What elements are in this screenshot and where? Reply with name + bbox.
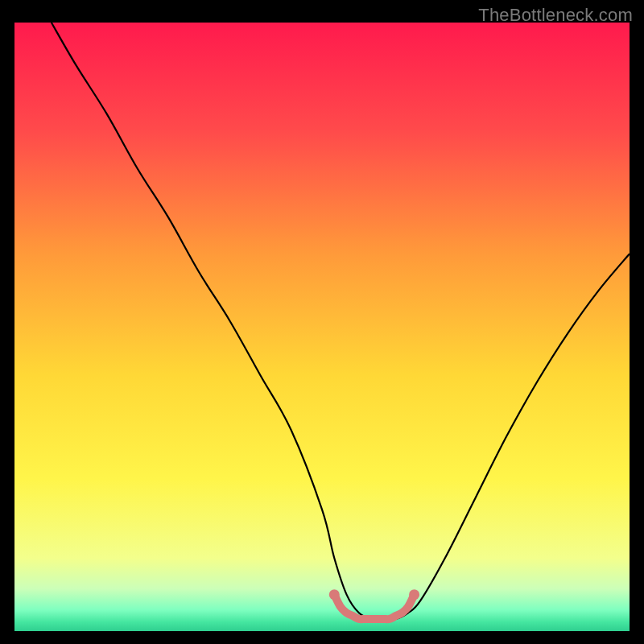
chart-canvas: TheBottleneck.com bbox=[0, 0, 644, 644]
plot-area bbox=[14, 23, 630, 631]
watermark-text: TheBottleneck.com bbox=[478, 5, 633, 26]
gradient-background bbox=[14, 23, 630, 631]
svg-rect-0 bbox=[14, 23, 630, 631]
